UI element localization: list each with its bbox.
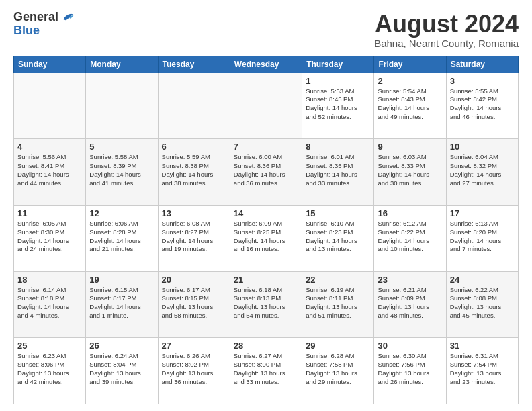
day-cell: 4Sunrise: 5:56 AM Sunset: 8:41 PM Daylig…: [14, 139, 86, 205]
day-number: 30: [378, 340, 442, 351]
day-info: Sunrise: 6:10 AM Sunset: 8:23 PM Dayligh…: [306, 220, 370, 254]
day-number: 12: [89, 208, 154, 218]
day-number: 8: [306, 142, 370, 152]
weekday-header-row: SundayMondayTuesdayWednesdayThursdayFrid…: [14, 56, 519, 73]
day-info: Sunrise: 6:13 AM Sunset: 8:20 PM Dayligh…: [450, 220, 515, 254]
day-info: Sunrise: 6:05 AM Sunset: 8:30 PM Dayligh…: [17, 220, 82, 254]
day-info: Sunrise: 5:54 AM Sunset: 8:43 PM Dayligh…: [378, 87, 442, 122]
day-cell: 15Sunrise: 6:10 AM Sunset: 8:23 PM Dayli…: [302, 205, 374, 271]
day-info: Sunrise: 6:01 AM Sunset: 8:35 PM Dayligh…: [306, 153, 370, 187]
day-number: 24: [450, 275, 515, 285]
day-cell: 7Sunrise: 6:00 AM Sunset: 8:36 PM Daylig…: [230, 139, 302, 205]
day-cell: [14, 73, 86, 139]
day-cell: 29Sunrise: 6:28 AM Sunset: 7:58 PM Dayli…: [302, 338, 374, 404]
day-cell: 8Sunrise: 6:01 AM Sunset: 8:35 PM Daylig…: [302, 139, 374, 205]
day-number: 15: [306, 208, 370, 218]
day-number: 7: [234, 142, 298, 152]
day-info: Sunrise: 6:00 AM Sunset: 8:36 PM Dayligh…: [234, 153, 298, 187]
weekday-header-tuesday: Tuesday: [158, 56, 230, 73]
logo-bird-icon: [61, 10, 75, 24]
day-number: 18: [17, 275, 82, 285]
day-number: 4: [17, 142, 82, 152]
day-info: Sunrise: 6:08 AM Sunset: 8:27 PM Dayligh…: [162, 220, 226, 254]
week-row-1: 1Sunrise: 5:53 AM Sunset: 8:45 PM Daylig…: [14, 73, 519, 139]
day-cell: 14Sunrise: 6:09 AM Sunset: 8:25 PM Dayli…: [230, 205, 302, 271]
day-number: 16: [378, 208, 442, 218]
day-info: Sunrise: 5:59 AM Sunset: 8:38 PM Dayligh…: [162, 153, 226, 187]
day-number: 14: [234, 208, 298, 218]
day-info: Sunrise: 6:26 AM Sunset: 8:02 PM Dayligh…: [162, 352, 226, 386]
day-cell: 11Sunrise: 6:05 AM Sunset: 8:30 PM Dayli…: [14, 205, 86, 271]
day-number: 25: [17, 340, 82, 351]
day-info: Sunrise: 6:27 AM Sunset: 8:00 PM Dayligh…: [234, 352, 298, 386]
day-number: 11: [17, 208, 82, 218]
day-cell: 27Sunrise: 6:26 AM Sunset: 8:02 PM Dayli…: [158, 338, 230, 404]
logo-text: General Blue: [13, 11, 75, 38]
day-cell: 12Sunrise: 6:06 AM Sunset: 8:28 PM Dayli…: [86, 205, 158, 271]
day-cell: 31Sunrise: 6:31 AM Sunset: 7:54 PM Dayli…: [446, 338, 518, 404]
day-cell: 17Sunrise: 6:13 AM Sunset: 8:20 PM Dayli…: [446, 205, 518, 271]
day-number: 19: [89, 275, 154, 285]
logo-general: General: [13, 11, 58, 24]
weekday-header-wednesday: Wednesday: [230, 56, 302, 73]
day-cell: 9Sunrise: 6:03 AM Sunset: 8:33 PM Daylig…: [374, 139, 446, 205]
day-cell: 3Sunrise: 5:55 AM Sunset: 8:42 PM Daylig…: [446, 73, 518, 139]
day-number: 17: [450, 208, 515, 218]
day-number: 21: [234, 275, 298, 285]
day-number: 1: [306, 76, 370, 86]
day-cell: 24Sunrise: 6:22 AM Sunset: 8:08 PM Dayli…: [446, 271, 518, 338]
day-info: Sunrise: 6:31 AM Sunset: 7:54 PM Dayligh…: [450, 352, 515, 386]
day-cell: 6Sunrise: 5:59 AM Sunset: 8:38 PM Daylig…: [158, 139, 230, 205]
day-info: Sunrise: 6:17 AM Sunset: 8:15 PM Dayligh…: [162, 286, 226, 320]
day-cell: 18Sunrise: 6:14 AM Sunset: 8:18 PM Dayli…: [14, 271, 86, 338]
logo-blue: Blue: [13, 24, 75, 38]
logo: General Blue: [13, 11, 75, 38]
day-cell: 22Sunrise: 6:19 AM Sunset: 8:11 PM Dayli…: [302, 271, 374, 338]
page: General Blue August 2024 Bahna, Neamt Co…: [0, 0, 532, 411]
header: General Blue August 2024 Bahna, Neamt Co…: [13, 11, 519, 49]
calendar: SundayMondayTuesdayWednesdayThursdayFrid…: [13, 56, 519, 404]
day-cell: 25Sunrise: 6:23 AM Sunset: 8:06 PM Dayli…: [14, 338, 86, 404]
location: Bahna, Neamt County, Romania: [374, 38, 519, 49]
day-cell: 28Sunrise: 6:27 AM Sunset: 8:00 PM Dayli…: [230, 338, 302, 404]
day-info: Sunrise: 6:12 AM Sunset: 8:22 PM Dayligh…: [378, 220, 442, 254]
day-info: Sunrise: 6:06 AM Sunset: 8:28 PM Dayligh…: [89, 220, 154, 254]
day-cell: 23Sunrise: 6:21 AM Sunset: 8:09 PM Dayli…: [374, 271, 446, 338]
day-info: Sunrise: 5:56 AM Sunset: 8:41 PM Dayligh…: [17, 153, 82, 187]
weekday-header-friday: Friday: [374, 56, 446, 73]
day-number: 29: [306, 340, 370, 351]
day-info: Sunrise: 6:23 AM Sunset: 8:06 PM Dayligh…: [17, 352, 82, 386]
day-cell: 1Sunrise: 5:53 AM Sunset: 8:45 PM Daylig…: [302, 73, 374, 139]
day-cell: 19Sunrise: 6:15 AM Sunset: 8:17 PM Dayli…: [86, 271, 158, 338]
day-cell: 5Sunrise: 5:58 AM Sunset: 8:39 PM Daylig…: [86, 139, 158, 205]
day-info: Sunrise: 6:19 AM Sunset: 8:11 PM Dayligh…: [306, 286, 370, 320]
day-info: Sunrise: 6:22 AM Sunset: 8:08 PM Dayligh…: [450, 286, 515, 320]
day-cell: 20Sunrise: 6:17 AM Sunset: 8:15 PM Dayli…: [158, 271, 230, 338]
day-cell: [230, 73, 302, 139]
day-info: Sunrise: 6:21 AM Sunset: 8:09 PM Dayligh…: [378, 286, 442, 320]
day-info: Sunrise: 6:18 AM Sunset: 8:13 PM Dayligh…: [234, 286, 298, 320]
day-number: 27: [162, 340, 226, 351]
day-cell: 2Sunrise: 5:54 AM Sunset: 8:43 PM Daylig…: [374, 73, 446, 139]
day-info: Sunrise: 6:04 AM Sunset: 8:32 PM Dayligh…: [450, 153, 515, 187]
day-info: Sunrise: 6:15 AM Sunset: 8:17 PM Dayligh…: [89, 286, 154, 320]
week-row-5: 25Sunrise: 6:23 AM Sunset: 8:06 PM Dayli…: [14, 338, 519, 404]
weekday-header-thursday: Thursday: [302, 56, 374, 73]
day-info: Sunrise: 6:24 AM Sunset: 8:04 PM Dayligh…: [89, 352, 154, 386]
day-number: 5: [89, 142, 154, 152]
day-cell: [158, 73, 230, 139]
weekday-header-sunday: Sunday: [14, 56, 86, 73]
day-cell: 26Sunrise: 6:24 AM Sunset: 8:04 PM Dayli…: [86, 338, 158, 404]
day-info: Sunrise: 6:28 AM Sunset: 7:58 PM Dayligh…: [306, 352, 370, 386]
day-number: 26: [89, 340, 154, 351]
day-number: 3: [450, 76, 515, 86]
month-year: August 2024: [374, 11, 519, 38]
day-info: Sunrise: 5:55 AM Sunset: 8:42 PM Dayligh…: [450, 87, 515, 122]
week-row-2: 4Sunrise: 5:56 AM Sunset: 8:41 PM Daylig…: [14, 139, 519, 205]
weekday-header-saturday: Saturday: [446, 56, 518, 73]
day-number: 10: [450, 142, 515, 152]
day-number: 2: [378, 76, 442, 86]
day-number: 9: [378, 142, 442, 152]
week-row-4: 18Sunrise: 6:14 AM Sunset: 8:18 PM Dayli…: [14, 271, 519, 338]
day-number: 28: [234, 340, 298, 351]
